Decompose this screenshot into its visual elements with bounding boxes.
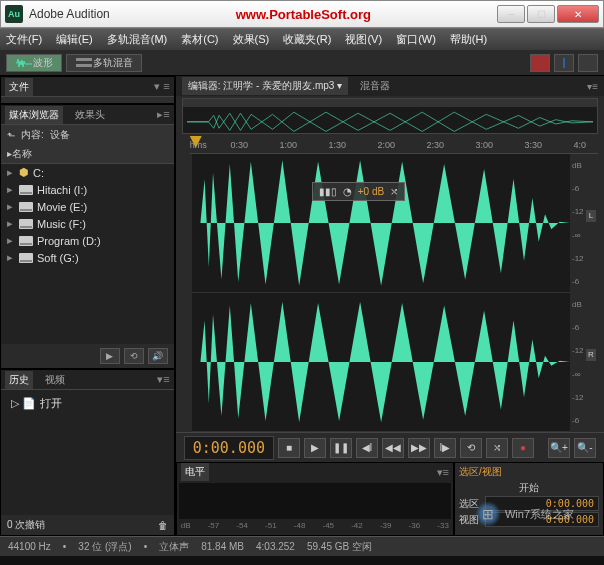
view-start-value[interactable]: 0:00.000 xyxy=(485,512,599,527)
waveform-display[interactable]: ▮▮▯ ◔ +0 dB ⤯ xyxy=(192,154,570,432)
history-item-label: 打开 xyxy=(40,396,62,411)
menu-help[interactable]: 帮助(H) xyxy=(450,32,487,47)
video-tab[interactable]: 视频 xyxy=(41,371,69,389)
panel-menu-icon[interactable]: ▾ ≡ xyxy=(154,80,169,93)
time-ruler[interactable]: hms 0:30 1:00 1:30 2:00 2:30 3:00 3:30 4… xyxy=(190,136,598,154)
skip-selection-button[interactable]: ⤭ xyxy=(486,438,508,458)
close-button[interactable]: ✕ xyxy=(557,5,599,23)
ruler-tick: 3:00 xyxy=(476,140,494,150)
tool-spectral-button[interactable] xyxy=(554,54,574,72)
drive-label: Music (F:) xyxy=(37,218,86,230)
forward-button[interactable]: ▶▶ xyxy=(408,438,430,458)
next-marker-button[interactable]: I▶ xyxy=(434,438,456,458)
undo-count: 0 次撤销 xyxy=(7,518,45,532)
drive-row[interactable]: ▸⬢C: xyxy=(1,164,174,181)
status-rate: 44100 Hz xyxy=(8,541,51,552)
pause-button[interactable]: ❚❚ xyxy=(330,438,352,458)
prev-marker-button[interactable]: ◀I xyxy=(356,438,378,458)
db-label: dB xyxy=(572,161,598,170)
drive-icon xyxy=(19,219,33,229)
multitrack-mode-button[interactable]: 多轨混音 xyxy=(66,54,142,72)
drive-row[interactable]: ▸Soft (G:) xyxy=(1,249,174,266)
panel-menu-icon[interactable]: ▾≡ xyxy=(587,81,598,92)
tool-red-button[interactable] xyxy=(530,54,550,72)
trash-icon[interactable]: 🗑 xyxy=(158,520,168,531)
up-folder-icon[interactable]: ⬑ xyxy=(7,130,15,141)
waveform-mode-button[interactable]: 波形 xyxy=(6,54,62,72)
menu-bar: 文件(F) 编辑(E) 多轨混音(M) 素材(C) 效果(S) 收藏夹(R) 视… xyxy=(0,28,604,50)
tool-pitch-button[interactable] xyxy=(578,54,598,72)
effects-tab[interactable]: 效果头 xyxy=(71,106,109,124)
pin-icon[interactable]: ⤯ xyxy=(390,186,398,197)
menu-view[interactable]: 视图(V) xyxy=(345,32,382,47)
drive-icon: ⬢ xyxy=(19,166,29,179)
maximize-button[interactable]: ☐ xyxy=(527,5,555,23)
stop-button[interactable]: ■ xyxy=(278,438,300,458)
transport-bar: 0:00.000 ■ ▶ ❚❚ ◀I ◀◀ ▶▶ I▶ ⟲ ⤭ ● 🔍+ 🔍- xyxy=(176,432,604,462)
svg-rect-0 xyxy=(76,58,92,61)
menu-effects[interactable]: 效果(S) xyxy=(233,32,270,47)
drive-row[interactable]: ▸Music (F:) xyxy=(1,215,174,232)
title-url: www.PortableSoft.org xyxy=(110,7,497,22)
zoom-out-button[interactable]: 🔍- xyxy=(574,438,596,458)
play-button[interactable]: ▶ xyxy=(304,438,326,458)
db-tick: -6 xyxy=(572,277,598,286)
selection-panel-title: 选区/视图 xyxy=(459,465,599,479)
media-browser-tab[interactable]: 媒体浏览器 xyxy=(5,106,63,124)
status-size: 81.84 MB xyxy=(201,541,244,552)
editor-header: 编辑器: 江明学 - 亲爱的朋友.mp3 ▾ 混音器 ▾≡ xyxy=(176,76,604,96)
panel-menu-icon[interactable]: ▾≡ xyxy=(437,466,449,479)
multitrack-icon xyxy=(75,56,93,70)
drive-row[interactable]: ▸Program (D:) xyxy=(1,232,174,249)
selection-start-value[interactable]: 0:00.000 xyxy=(485,496,599,511)
ruler-tick: 1:30 xyxy=(329,140,347,150)
volume-hud[interactable]: ▮▮▯ ◔ +0 dB ⤯ xyxy=(312,182,405,201)
open-file-icon: ▷ 📄 xyxy=(11,397,36,410)
rewind-button[interactable]: ◀◀ xyxy=(382,438,404,458)
level-meter[interactable] xyxy=(179,483,451,519)
history-tab[interactable]: 历史 xyxy=(5,371,33,389)
spectral-icon xyxy=(563,58,565,68)
status-channels: 立体声 xyxy=(159,540,189,554)
main-toolbar: 波形 多轨混音 xyxy=(0,50,604,76)
files-tab[interactable]: 文件 xyxy=(5,78,33,96)
timecode-display[interactable]: 0:00.000 xyxy=(184,436,274,460)
drive-tree: ▸名称 ▸⬢C: ▸Hitachi (I:) ▸Movie (E:) ▸Musi… xyxy=(1,145,174,344)
waveform-overview[interactable] xyxy=(182,98,598,134)
menu-edit[interactable]: 编辑(E) xyxy=(56,32,93,47)
status-depth: 32 位 (浮点) xyxy=(78,540,131,554)
menu-favorites[interactable]: 收藏夹(R) xyxy=(283,32,331,47)
name-column[interactable]: 名称 xyxy=(12,148,32,159)
loop-button[interactable]: ⟲ xyxy=(460,438,482,458)
drive-row[interactable]: ▸Movie (E:) xyxy=(1,198,174,215)
menu-file[interactable]: 文件(F) xyxy=(6,32,42,47)
minimize-button[interactable]: ─ xyxy=(497,5,525,23)
status-free: 59.45 GB 空闲 xyxy=(307,540,372,554)
volume-bars-icon: ▮▮▯ xyxy=(319,186,337,197)
panel-menu-icon[interactable]: ▾≡ xyxy=(157,373,169,386)
overview-scrollbar[interactable] xyxy=(183,99,597,107)
mixer-tab[interactable]: 混音器 xyxy=(356,77,394,95)
hud-db-value: +0 dB xyxy=(358,186,384,197)
level-scale: dB -57 -54 -51 -48 -45 -42 -39 -36 -33 xyxy=(177,521,453,535)
menu-multitrack[interactable]: 多轨混音(M) xyxy=(107,32,168,47)
editor-tab[interactable]: 编辑器: 江明学 - 亲爱的朋友.mp3 ▾ xyxy=(182,77,348,95)
window-titlebar: Au Adobe Audition www.PortableSoft.org ─… xyxy=(0,0,604,28)
overview-wave-icon xyxy=(187,109,593,135)
channel-r-label: R xyxy=(586,349,596,361)
preview-loop-button[interactable]: ⟲ xyxy=(124,348,144,364)
menu-window[interactable]: 窗口(W) xyxy=(396,32,436,47)
ruler-tick: 4:0 xyxy=(574,140,587,150)
preview-play-button[interactable]: ▶ xyxy=(100,348,120,364)
drive-row[interactable]: ▸Hitachi (I:) xyxy=(1,181,174,198)
level-tab[interactable]: 电平 xyxy=(181,463,209,481)
history-item[interactable]: ▷ 📄 打开 xyxy=(5,394,170,413)
preview-autoplay-button[interactable]: 🔊 xyxy=(148,348,168,364)
drive-icon xyxy=(19,185,33,195)
panel-menu-icon[interactable]: ▸≡ xyxy=(157,108,169,121)
channel-l-label: L xyxy=(586,210,596,222)
record-button[interactable]: ● xyxy=(512,438,534,458)
db-tick: -∞ xyxy=(572,231,598,240)
menu-clip[interactable]: 素材(C) xyxy=(181,32,218,47)
zoom-in-button[interactable]: 🔍+ xyxy=(548,438,570,458)
